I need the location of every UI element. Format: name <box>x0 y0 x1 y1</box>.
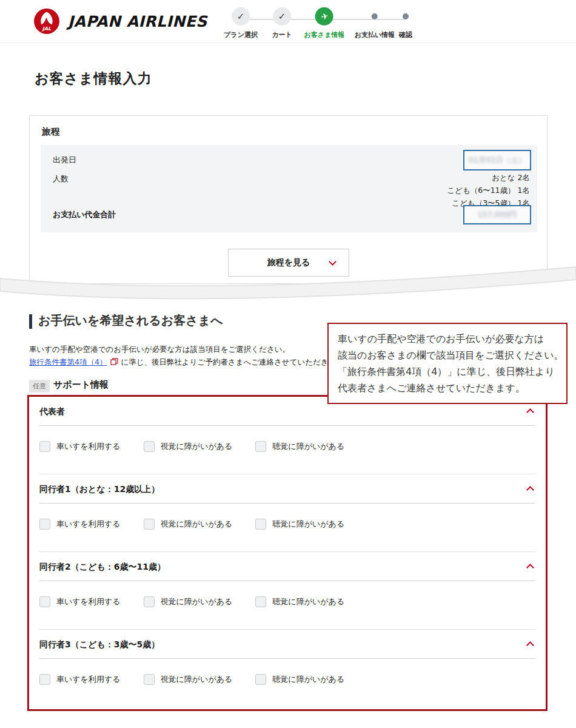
chevron-up-icon[interactable] <box>526 486 534 494</box>
departure-date-label: 出発日 <box>53 155 76 166</box>
support-option: 車いすを利用する <box>39 441 121 452</box>
support-option: 聴覚に障がいがある <box>255 519 344 530</box>
support-option: 視覚に障がいがある <box>144 596 233 607</box>
view-itinerary-label: 旅程を見る <box>267 257 310 268</box>
annotation-line: 該当のお客さまの欄で該当項目をご選択ください。 <box>338 347 557 363</box>
checkbox-label: 車いすを利用する <box>56 519 121 530</box>
checkbox[interactable] <box>39 674 50 685</box>
check-icon: ✓ <box>224 5 258 28</box>
header: JAL JAPAN AIRLINES ✓プラン選択✓カート✈お客さま情報お支払い… <box>0 0 576 43</box>
support-option: 聴覚に障がいがある <box>255 596 344 607</box>
support-option: 視覚に障がいがある <box>144 674 233 685</box>
step-dot <box>399 5 412 28</box>
checkbox[interactable] <box>144 441 155 452</box>
total-value-box: 157,000円 <box>463 205 531 224</box>
checkbox-label: 聴覚に障がいがある <box>272 674 344 685</box>
checkbox[interactable] <box>39 519 50 530</box>
checkbox-label: 視覚に障がいがある <box>161 441 233 452</box>
annotation-line: 「旅行条件書第4項（4）」に準じ、後日弊社より <box>338 363 557 380</box>
checkbox-label: 車いすを利用する <box>56 441 121 452</box>
checkbox[interactable] <box>39 596 50 607</box>
support-section-4: 同行者3（こども：3歳〜5歳）車いすを利用する視覚に障がいがある聴覚に障がいがあ… <box>39 630 535 707</box>
total-value: 157,000円 <box>478 210 517 220</box>
departure-date-value-box: 01月01日（土） <box>463 150 531 170</box>
people-value: こども（6〜11歳） 1名 <box>447 184 530 197</box>
support-info-label: サポート情報 <box>53 379 109 391</box>
section-divider <box>39 581 535 581</box>
people-values: おとな 2名こども（6〜11歳） 1名こども（3〜5歳） 1名 <box>447 171 530 209</box>
itinerary-panel: 出発日 01月01日（土） 人数 おとな 2名こども（6〜11歳） 1名こども（… <box>41 145 537 232</box>
annotation-line: 車いすの手配や空港でのお手伝いが必要な方は <box>338 331 557 347</box>
section-divider <box>39 425 535 426</box>
options-row: 車いすを利用する視覚に障がいがある聴覚に障がいがある <box>39 441 535 452</box>
assist-desc-line1: 車いすの手配や空港でのお手伝いが必要な方は該当項目をご選択ください。 <box>29 343 352 356</box>
step-1[interactable]: ✓プラン選択 <box>224 5 258 39</box>
support-option: 視覚に障がいがある <box>144 441 233 452</box>
assist-section-title: お手伝いを希望されるお客さまへ <box>38 312 223 329</box>
checkbox[interactable] <box>39 441 50 452</box>
step-4: お支払い情報 <box>355 5 395 39</box>
people-value: おとな 2名 <box>447 171 530 184</box>
support-section-1: 代表者車いすを利用する視覚に障がいがある聴覚に障がいがある <box>39 397 535 474</box>
total-label: お支払い代金合計 <box>53 209 116 220</box>
options-row: 車いすを利用する視覚に障がいがある聴覚に障がいがある <box>39 596 535 607</box>
checkbox-label: 視覚に障がいがある <box>161 519 233 530</box>
checkbox-label: 聴覚に障がいがある <box>272 519 344 530</box>
view-itinerary-button[interactable]: 旅程を見る <box>228 249 349 277</box>
travel-conditions-link[interactable]: 旅行条件書第4項（4） <box>29 357 107 366</box>
checkbox[interactable] <box>144 519 155 530</box>
support-section-2: 同行者1（おとな：12歳以上）車いすを利用する視覚に障がいがある聴覚に障がいがあ… <box>39 474 535 552</box>
itinerary-card: 旅程 出発日 01月01日（土） 人数 おとな 2名こども（6〜11歳） 1名こ… <box>29 115 548 284</box>
checkbox[interactable] <box>255 441 266 452</box>
checkbox-label: 車いすを利用する <box>56 674 121 685</box>
svg-text:JAL: JAL <box>42 26 52 32</box>
step-5: 確認 <box>399 5 412 39</box>
checkbox-label: 聴覚に障がいがある <box>272 596 344 607</box>
jal-logo[interactable]: JAL JAPAN AIRLINES <box>33 8 207 35</box>
jal-crane-icon: JAL <box>33 8 60 35</box>
section-title: 同行者3（こども：3歳〜5歳） <box>39 639 159 650</box>
step-label: プラン選択 <box>224 30 258 39</box>
step-3[interactable]: ✈お客さま情報 <box>304 5 345 39</box>
checkbox-label: 視覚に障がいがある <box>161 674 233 685</box>
step-label: お客さま情報 <box>304 30 345 39</box>
options-row: 車いすを利用する視覚に障がいがある聴覚に障がいがある <box>39 674 535 685</box>
step-label: カート <box>272 30 292 39</box>
step-label: 確認 <box>399 30 412 39</box>
section-title: 同行者2（こども：6歳〜11歳） <box>39 562 166 573</box>
jal-booking-page: JAL JAPAN AIRLINES ✓プラン選択✓カート✈お客さま情報お支払い… <box>0 0 576 728</box>
annotation-note-box: 車いすの手配や空港でのお手伝いが必要な方は 該当のお客さまの欄で該当項目をご選択… <box>327 323 568 404</box>
chevron-up-icon[interactable] <box>526 408 534 416</box>
step-2[interactable]: ✓カート <box>272 5 292 39</box>
plane-icon: ✈ <box>304 5 345 28</box>
section-accent-bar <box>29 314 32 329</box>
checkbox[interactable] <box>144 674 155 685</box>
support-option: 車いすを利用する <box>39 674 121 685</box>
departure-date-value: 01月01日（土） <box>469 155 526 166</box>
support-option: 車いすを利用する <box>39 519 121 530</box>
people-label: 人数 <box>53 174 69 184</box>
checkbox-label: 車いすを利用する <box>56 596 121 607</box>
page-title: お客さま情報入力 <box>35 69 152 88</box>
support-section-3: 同行者2（こども：6歳〜11歳）車いすを利用する視覚に障がいがある聴覚に障がいが… <box>39 552 535 630</box>
section-divider <box>39 503 535 504</box>
chevron-up-icon[interactable] <box>526 564 534 571</box>
optional-badge: 任意 <box>29 380 50 393</box>
checkbox[interactable] <box>255 674 266 685</box>
assist-desc-line2-text: に準じ、後日弊社よりご予約者さまへご連絡させていただきます。 <box>121 357 351 366</box>
support-option: 視覚に障がいがある <box>144 519 233 530</box>
itinerary-heading: 旅程 <box>42 126 60 138</box>
external-link-icon <box>110 358 118 365</box>
checkbox[interactable] <box>255 519 266 530</box>
support-option: 聴覚に障がいがある <box>255 441 344 452</box>
section-divider <box>39 658 535 659</box>
annotation-line: 代表者さまへご連絡させていただきます。 <box>338 380 557 396</box>
checkbox[interactable] <box>255 596 266 607</box>
chevron-up-icon[interactable] <box>526 641 534 649</box>
checkbox[interactable] <box>144 596 155 607</box>
options-row: 車いすを利用する視覚に障がいがある聴覚に障がいがある <box>39 519 535 530</box>
assist-desc-line2: 旅行条件書第4項（4） に準じ、後日弊社よりご予約者さまへご連絡させていただきま… <box>29 356 352 368</box>
checkbox-label: 聴覚に障がいがある <box>272 441 344 452</box>
check-icon: ✓ <box>272 5 292 28</box>
checkbox-label: 視覚に障がいがある <box>161 596 233 607</box>
